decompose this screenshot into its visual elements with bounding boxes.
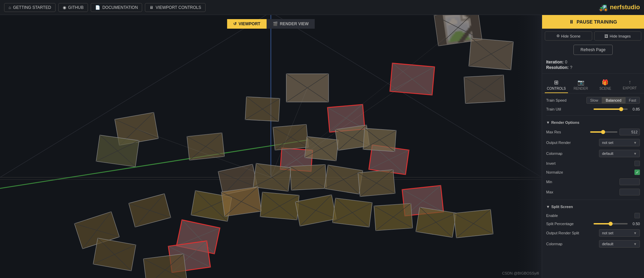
logo-icon: 🚜 <box>599 3 608 12</box>
iteration-row: Iteration: 0 <box>546 60 640 64</box>
hide-scene-button[interactable]: ⚙ Hide Scene <box>545 31 592 41</box>
output-render-split-dropdown[interactable]: not set ▼ <box>599 229 640 237</box>
viewport-area: ↺ VIEWPORT 🎬 RENDER VIEW <box>0 15 542 278</box>
divider-1 <box>546 115 640 116</box>
nav-viewport-controls[interactable]: 🖥 VIEWPORT CONTROLS <box>145 3 206 12</box>
scene-controls-row: ⚙ Hide Scene 🖼 Hide Images <box>542 29 644 43</box>
nav-getting-started[interactable]: ⌂ GETTING STARTED <box>4 3 56 12</box>
viewport-tabs: ↺ VIEWPORT 🎬 RENDER VIEW <box>227 19 315 29</box>
nav-documentation[interactable]: 📄 DOCUMENTATION <box>91 3 142 12</box>
train-speed-row: Train Speed Slow Balanced Fast <box>546 97 640 104</box>
scene-tab-icon: 🎁 <box>602 79 609 86</box>
train-util-slider-container: 0.85 <box>594 107 640 111</box>
min-row: Min 0.00 <box>546 178 640 185</box>
home-icon: ⌂ <box>9 5 11 10</box>
controls-panel: Train Speed Slow Balanced Fast Train Uti… <box>542 93 644 251</box>
sidebar: ⏸ PAUSE TRAINING ⚙ Hide Scene 🖼 Hide Ima… <box>542 15 644 278</box>
render-tab-icon: 📷 <box>578 79 584 86</box>
max-res-row: Max Res 512 <box>546 129 640 135</box>
train-util-row: Train Util 0.85 <box>546 107 640 111</box>
colormap-split-dropdown[interactable]: default ▼ <box>599 240 640 248</box>
dropdown-arrow-2: ▼ <box>633 152 637 156</box>
max-row: Max 1.0 <box>546 189 640 195</box>
tab-render-view[interactable]: 🎬 RENDER VIEW <box>267 19 315 29</box>
split-percentage-row: Split Percentage 0.50 <box>546 222 640 226</box>
max-res-slider-container: 512 <box>590 129 640 135</box>
github-icon: ◉ <box>63 5 66 10</box>
viewport-tab-icon: ↺ <box>233 21 237 26</box>
doc-icon: 📄 <box>95 5 100 10</box>
speed-fast-button[interactable]: Fast <box>625 97 640 104</box>
pause-training-button[interactable]: ⏸ PAUSE TRAINING <box>542 15 644 29</box>
svg-rect-157 <box>513 15 542 278</box>
main-content: ↺ VIEWPORT 🎬 RENDER VIEW <box>0 15 644 278</box>
render-view-tab-icon: 🎬 <box>273 21 278 26</box>
dropdown-arrow-4: ▼ <box>633 242 637 246</box>
resolution-row: Resolution: ? <box>546 65 640 70</box>
speed-slow-button[interactable]: Slow <box>586 97 602 104</box>
top-navigation: ⌂ GETTING STARTED ◉ GITHUB 📄 DOCUMENTATI… <box>0 0 644 15</box>
export-tab-icon: ↑ <box>628 79 631 85</box>
train-util-slider[interactable] <box>594 108 628 110</box>
tab-export[interactable]: ↑ EXPORT <box>618 76 641 93</box>
split-screen-chevron: ▼ <box>546 205 550 209</box>
refresh-page-button[interactable]: Refresh Page <box>573 45 613 55</box>
viewport-icon: 🖥 <box>149 5 153 10</box>
output-render-row: Output Render not set ▼ <box>546 139 640 146</box>
split-screen-header[interactable]: ▼ Split Screen <box>546 204 640 209</box>
max-res-slider[interactable] <box>590 131 617 133</box>
pause-icon: ⏸ <box>569 19 574 25</box>
dropdown-arrow-1: ▼ <box>633 141 637 145</box>
app-logo: 🚜 nerfstudio <box>599 3 640 12</box>
nav-github[interactable]: ◉ GITHUB <box>58 3 88 12</box>
speed-balanced-button[interactable]: Balanced <box>602 97 625 104</box>
tab-controls[interactable]: ⊞ CONTROLS <box>545 76 568 93</box>
max-input[interactable]: 1.0 <box>619 189 640 195</box>
split-enable-toggle[interactable] <box>634 213 640 218</box>
split-enable-row: Enable <box>546 213 640 218</box>
render-options-label: Render Options <box>551 120 580 125</box>
hide-scene-icon: ⚙ <box>556 34 560 38</box>
hide-images-button[interactable]: 🖼 Hide Images <box>594 31 642 41</box>
split-percentage-slider[interactable] <box>594 223 628 224</box>
split-screen-label: Split Screen <box>551 205 573 209</box>
tab-viewport[interactable]: ↺ VIEWPORT <box>227 19 267 29</box>
render-options-chevron: ▼ <box>546 120 550 125</box>
colormap-dropdown[interactable]: default ▼ <box>599 150 640 157</box>
dropdown-arrow-3: ▼ <box>633 231 637 235</box>
min-input[interactable]: 0.00 <box>619 178 640 185</box>
split-percentage-slider-container: 0.50 <box>594 222 640 226</box>
scene-svg <box>0 15 542 278</box>
info-section: Iteration: 0 Resolution: ? <box>542 58 644 74</box>
output-render-split-row: Output Render Split not set ▼ <box>546 229 640 237</box>
colormap-row: Colormap default ▼ <box>546 150 640 157</box>
speed-buttons: Slow Balanced Fast <box>586 97 640 104</box>
tab-scene[interactable]: 🎁 SCENE <box>594 76 617 93</box>
normalize-row: Normalize ✓ <box>546 170 640 175</box>
invert-row: Invert <box>546 161 640 166</box>
icon-tabs: ⊞ CONTROLS 📷 RENDER 🎁 SCENE ↑ EXPORT <box>542 74 644 93</box>
output-render-dropdown[interactable]: not set ▼ <box>599 139 640 146</box>
normalize-toggle[interactable]: ✓ <box>634 170 640 175</box>
hide-images-icon: 🖼 <box>604 34 608 38</box>
invert-toggle[interactable] <box>634 161 640 166</box>
controls-tab-icon: ⊞ <box>554 79 558 86</box>
render-options-header[interactable]: ▼ Render Options <box>546 120 640 125</box>
colormap-split-row: Colormap default ▼ <box>546 240 640 248</box>
divider-2 <box>546 200 640 200</box>
max-res-input[interactable]: 512 <box>619 129 640 135</box>
tab-render[interactable]: 📷 RENDER <box>569 76 593 93</box>
scene-canvas[interactable]: CSDN @BIGBOSSyifi <box>0 15 542 278</box>
